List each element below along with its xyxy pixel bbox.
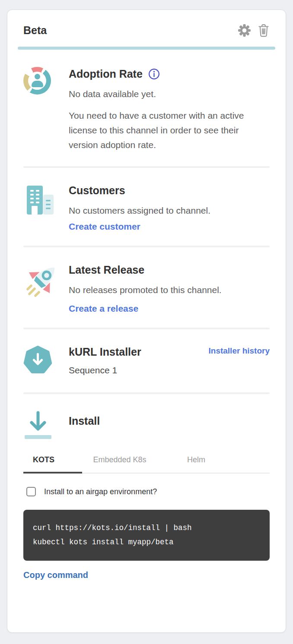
tab-kots[interactable]: KOTS xyxy=(23,455,82,474)
customers-title: Customers xyxy=(69,183,270,198)
section-divider xyxy=(23,246,270,247)
command-line: curl https://kots.io/install | bash xyxy=(33,521,260,535)
kurl-installer-title: kURL Installer xyxy=(69,344,141,360)
channel-accent-bar xyxy=(18,47,275,50)
adoption-donut-user-icon xyxy=(23,67,51,95)
command-line: kubectl kots install myapp/beta xyxy=(33,535,260,549)
header-actions xyxy=(238,24,270,37)
install-tabs: KOTS Embedded K8s Helm xyxy=(23,455,270,474)
channel-title: Beta xyxy=(23,24,47,37)
channel-card: Beta xyxy=(7,9,286,633)
latest-release-section: Latest Release No releases promoted to t… xyxy=(23,262,270,314)
customers-empty-message: No customers assigned to channel. xyxy=(69,204,270,217)
section-divider xyxy=(23,392,270,394)
section-divider xyxy=(23,328,270,329)
adoption-description: You need to have a customer with an acti… xyxy=(69,108,264,152)
copy-command-link[interactable]: Copy command xyxy=(23,570,88,580)
create-customer-link[interactable]: Create customer xyxy=(69,221,140,232)
adoption-rate-section: Adoption Rate No data available yet. You… xyxy=(23,66,270,152)
download-heptagon-icon xyxy=(23,346,52,375)
install-command-block: curl https://kots.io/install | bash kube… xyxy=(23,510,270,561)
kurl-installer-section: kURL Installer Installer history Sequenc… xyxy=(23,344,270,377)
latest-release-empty-message: No releases promoted to this channel. xyxy=(69,284,270,297)
trash-icon[interactable] xyxy=(258,24,270,37)
info-icon[interactable] xyxy=(148,68,160,80)
settings-gear-icon[interactable] xyxy=(238,24,251,37)
tab-embedded-k8s[interactable]: Embedded K8s xyxy=(90,455,149,474)
installer-history-link[interactable]: Installer history xyxy=(209,346,270,356)
download-arrow-icon xyxy=(24,410,52,442)
installer-sequence: Sequence 1 xyxy=(69,364,270,377)
customers-section: Customers No customers assigned to chann… xyxy=(23,183,270,232)
install-title: Install xyxy=(69,413,270,429)
latest-release-title: Latest Release xyxy=(69,262,270,278)
create-release-link[interactable]: Create a release xyxy=(69,303,138,314)
section-divider xyxy=(23,166,270,168)
install-section: Install xyxy=(23,410,270,443)
card-header: Beta xyxy=(23,10,270,37)
rocket-icon xyxy=(22,262,61,302)
buildings-icon xyxy=(23,183,54,217)
airgap-checkbox[interactable] xyxy=(26,487,36,496)
adoption-empty-message: No data available yet. xyxy=(69,88,270,101)
tab-helm[interactable]: Helm xyxy=(186,455,207,474)
adoption-rate-title: Adoption Rate xyxy=(69,66,143,82)
airgap-checkbox-label: Install to an airgap environment? xyxy=(44,487,157,496)
airgap-row: Install to an airgap environment? xyxy=(23,487,270,496)
